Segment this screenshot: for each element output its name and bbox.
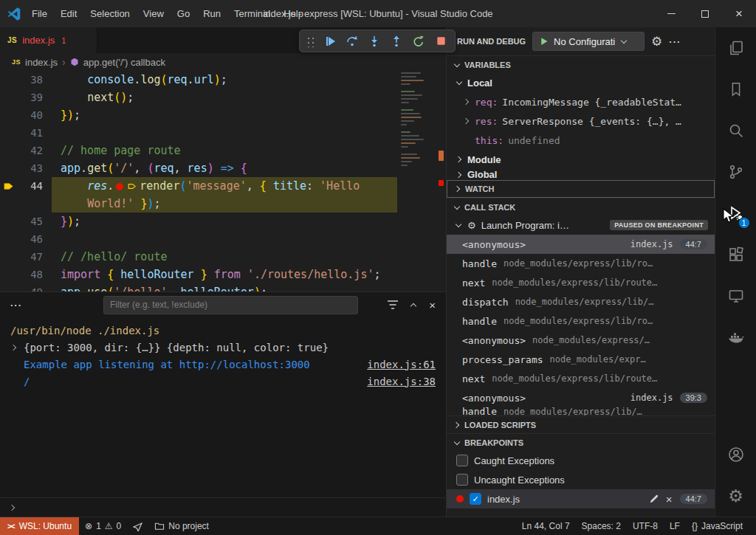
remove-breakpoint-icon[interactable]: × xyxy=(666,494,673,505)
edit-breakpoint-icon[interactable] xyxy=(649,494,659,504)
remote-explorer-icon[interactable] xyxy=(715,275,756,317)
breakpoint-column[interactable] xyxy=(0,71,18,89)
source-link[interactable]: index.js:61 xyxy=(367,359,436,370)
code-line[interactable]: 44 res.render('message', { title: 'Hello xyxy=(0,177,446,195)
indentation[interactable]: Spaces: 2 xyxy=(576,517,627,535)
expand-icon[interactable] xyxy=(10,344,18,351)
breakpoint-column[interactable] xyxy=(0,124,18,142)
stack-frame[interactable]: nextnode_modules/express/lib/route… xyxy=(447,273,715,292)
code-line[interactable]: 38 console.log(req.url); xyxy=(0,71,446,89)
maximize-panel-icon[interactable] xyxy=(410,301,417,308)
breakpoint-column[interactable] xyxy=(0,283,18,291)
extensions-icon[interactable] xyxy=(715,234,756,275)
stack-frame[interactable]: handlenode_modules/express/lib/ro… xyxy=(447,311,715,331)
stop-button[interactable] xyxy=(430,31,451,51)
minimap[interactable] xyxy=(399,72,434,168)
checkbox[interactable] xyxy=(456,455,468,466)
debug-session-row[interactable]: ⚙ Launch Program: i… PAUSED ON BREAKPOIN… xyxy=(447,215,715,235)
drag-handle-icon[interactable] xyxy=(306,35,315,47)
console-row[interactable]: Example app listening at http://localhos… xyxy=(0,356,446,373)
bookmarks-icon[interactable] xyxy=(715,69,756,110)
stack-frame[interactable]: nextnode_modules/express/lib/route… xyxy=(447,369,715,388)
debug-gear-icon[interactable]: ⚙ xyxy=(651,35,662,48)
status-misc-icon[interactable] xyxy=(127,517,148,535)
close-panel-icon[interactable]: × xyxy=(429,300,436,311)
breakpoints-section-header[interactable]: BREAKPOINTS xyxy=(447,433,715,451)
code-line[interactable]: 39 next(); xyxy=(0,89,446,106)
checkbox[interactable]: ✓ xyxy=(470,493,481,505)
restart-button[interactable] xyxy=(408,31,429,51)
menu-run[interactable]: Run xyxy=(196,0,227,27)
breakpoint-column[interactable] xyxy=(0,213,18,230)
step-into-button[interactable] xyxy=(364,31,385,51)
inline-breakpoint-icon[interactable] xyxy=(116,183,123,190)
loaded-scripts-section-header[interactable]: LOADED SCRIPTS xyxy=(447,415,715,433)
tab-index-js[interactable]: JS index.js 1 xyxy=(0,27,97,53)
step-over-button[interactable] xyxy=(342,31,362,51)
stack-frame[interactable]: dispatchnode_modules/express/lib/… xyxy=(447,292,715,311)
code-line[interactable]: 42// home page route xyxy=(0,142,446,159)
breakpoint-item[interactable]: Uncaught Exceptions xyxy=(447,470,715,489)
watch-section-header[interactable]: WATCH xyxy=(447,180,715,198)
problems-indicator[interactable]: ⊗ 1 ⚠ 0 xyxy=(79,517,127,535)
stack-frame[interactable]: process_paramsnode_modules/expr… xyxy=(447,350,715,369)
code-line[interactable]: 40}); xyxy=(0,106,446,124)
code-line[interactable]: 48import { helloRouter } from './routes/… xyxy=(0,266,446,283)
scope-module[interactable]: Module xyxy=(447,150,715,169)
project-indicator[interactable]: No project xyxy=(148,517,215,535)
breakpoint-column[interactable] xyxy=(0,230,18,248)
code-line[interactable]: 49app.use('/hello', helloRouter); xyxy=(0,283,446,291)
variable-row[interactable]: req:IncomingMessage {_readableStat… xyxy=(447,92,715,111)
breakpoint-column[interactable] xyxy=(0,106,18,124)
maximize-icon[interactable] xyxy=(688,0,722,27)
breadcrumb-file[interactable]: index.js xyxy=(25,57,58,68)
docker-icon[interactable] xyxy=(715,317,756,358)
variable-row[interactable]: res:ServerResponse {_events: {…}, … xyxy=(447,111,715,131)
code-editor[interactable]: 38 console.log(req.url);39 next();40});4… xyxy=(0,71,446,291)
menu-view[interactable]: View xyxy=(137,0,171,27)
code-line[interactable]: 41 xyxy=(0,124,446,142)
scope-global[interactable]: Global xyxy=(447,169,715,180)
breakpoint-column[interactable] xyxy=(0,195,18,213)
close-icon[interactable]: × xyxy=(722,0,756,27)
stack-frame[interactable]: <anonymous>node_modules/express/… xyxy=(447,331,715,350)
stack-frame[interactable]: handlenode_modules/express/lib/ro… xyxy=(447,254,715,273)
execution-pointer-icon[interactable] xyxy=(0,177,18,195)
overview-ruler[interactable] xyxy=(436,71,446,291)
remote-indicator[interactable]: >< WSL: Ubuntu xyxy=(0,517,79,535)
explorer-icon[interactable] xyxy=(715,27,756,69)
menu-file[interactable]: File xyxy=(25,0,54,27)
breakpoint-column[interactable] xyxy=(0,266,18,283)
minimize-icon[interactable] xyxy=(654,0,688,27)
console-row[interactable]: /usr/bin/node ./index.js xyxy=(0,322,446,339)
menu-go[interactable]: Go xyxy=(171,0,196,27)
code-line[interactable]: 47// /hello/ route xyxy=(0,248,446,266)
continue-button[interactable] xyxy=(320,31,340,51)
checkbox[interactable] xyxy=(456,474,468,486)
stack-frame[interactable]: <anonymous>index.js44:7 xyxy=(447,235,715,254)
console-row[interactable]: /index.js:38 xyxy=(0,373,446,390)
breakpoint-column[interactable] xyxy=(0,159,18,177)
breadcrumb-symbol[interactable]: app.get('/') callback xyxy=(83,57,165,68)
debug-config-dropdown[interactable]: No Configurati xyxy=(532,32,645,51)
breakpoint-column[interactable] xyxy=(0,248,18,266)
repl-input-row[interactable] xyxy=(0,497,446,517)
eol-sequence[interactable]: LF xyxy=(664,517,686,535)
console-row[interactable]: {port: 3000, dir: {…}} {depth: null, col… xyxy=(0,339,446,356)
account-icon[interactable] xyxy=(715,434,756,475)
settings-gear-icon[interactable]: ⚙ xyxy=(715,475,756,517)
step-out-button[interactable] xyxy=(386,31,407,51)
stack-frame[interactable]: handlenode_modules/express/lib/… xyxy=(447,407,715,415)
menu-edit[interactable]: Edit xyxy=(54,0,83,27)
code-line[interactable]: 46 xyxy=(0,230,446,248)
breakpoint-column[interactable] xyxy=(0,142,18,159)
breakpoint-item[interactable]: ✓index.js×44:7 xyxy=(447,489,715,508)
code-line[interactable]: 43app.get('/', (req, res) => { xyxy=(0,159,446,177)
filter-input[interactable] xyxy=(110,300,351,310)
cursor-position[interactable]: Ln 44, Col 7 xyxy=(516,517,576,535)
variable-row[interactable]: this:undefined xyxy=(447,131,715,150)
search-icon[interactable] xyxy=(715,110,756,151)
debug-more-actions[interactable]: ··· xyxy=(669,36,681,47)
code-line[interactable]: 45}); xyxy=(0,213,446,230)
call-stack-section-header[interactable]: CALL STACK xyxy=(447,198,715,215)
